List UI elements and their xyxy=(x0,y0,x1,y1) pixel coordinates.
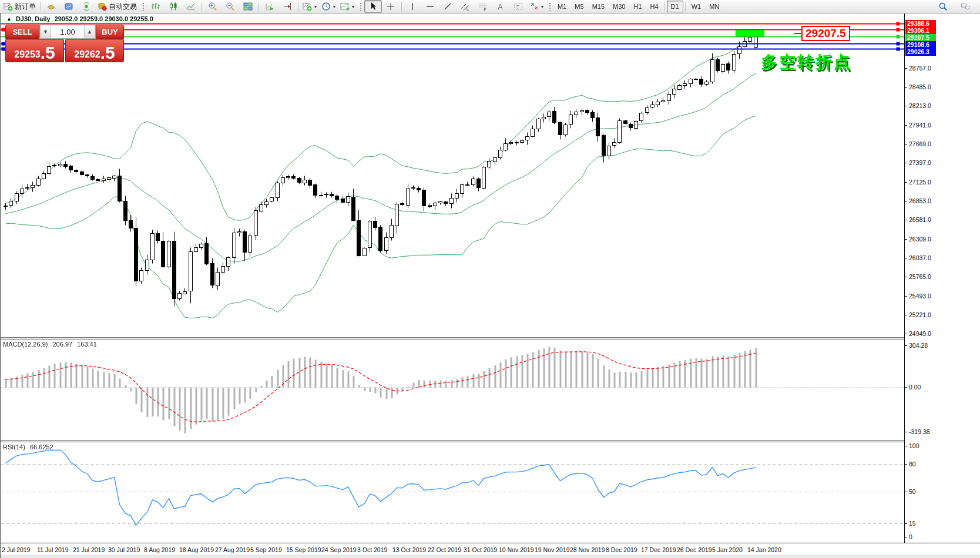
cursor-button[interactable] xyxy=(364,0,382,13)
indicators-button[interactable]: ▾ xyxy=(338,0,357,13)
timeframe-M5[interactable]: M5 xyxy=(570,1,588,12)
zoom-out-icon xyxy=(226,2,235,11)
horizontal-line-button[interactable] xyxy=(421,0,439,13)
volume-increase-button[interactable]: ▲ xyxy=(84,25,95,38)
macd-indicator-chart[interactable] xyxy=(1,339,904,440)
text-button[interactable]: A xyxy=(492,0,509,13)
period-icon xyxy=(321,2,331,11)
timeframe-H4[interactable]: H4 xyxy=(646,1,663,12)
line-chart-button[interactable] xyxy=(182,0,200,13)
new-order-button[interactable]: 新订单 xyxy=(1,0,38,13)
timeframe-H1[interactable]: H1 xyxy=(629,1,646,12)
search-button[interactable] xyxy=(934,0,952,13)
date-tick-label: 5 Sep 2019 xyxy=(250,546,282,553)
arrows-button[interactable]: ▾ xyxy=(527,0,546,13)
chart-symbol-period: DJ30, Daily xyxy=(16,15,51,22)
axis-tick-mark xyxy=(905,220,907,220)
toolbar-grip[interactable] xyxy=(142,2,145,11)
axis-tick-mark xyxy=(905,87,907,88)
timeframe-MN[interactable]: MN xyxy=(705,1,723,12)
axis-tick-mark xyxy=(905,163,907,163)
auto-scroll-button[interactable] xyxy=(261,0,278,13)
autotrading-button[interactable]: 自动交易 xyxy=(95,0,139,13)
price-tick-label: 25221.0 xyxy=(909,311,931,318)
zoom-out-button[interactable] xyxy=(221,0,239,13)
price-callout-label[interactable]: 29207.5 xyxy=(801,26,850,41)
crosshair-button[interactable] xyxy=(382,0,400,13)
chinese-annotation[interactable]: 多空转折点 xyxy=(761,51,852,73)
zoom-in-button[interactable] xyxy=(204,0,221,13)
timeframe-M30[interactable]: M30 xyxy=(609,1,629,12)
timeframe-D1[interactable]: D1 xyxy=(667,1,683,12)
date-tick-label: 19 Nov 2019 xyxy=(535,546,570,553)
chart-shift-icon xyxy=(283,2,292,11)
signals-button[interactable] xyxy=(78,0,95,13)
new-chart-button[interactable]: ▾ xyxy=(300,0,319,13)
date-tick-label: 30 Jul 2019 xyxy=(108,546,140,553)
sell-price[interactable]: 29253.5 xyxy=(5,39,64,62)
timeframe-W1[interactable]: W1 xyxy=(687,1,706,12)
macd-main-value: 206.97 xyxy=(52,341,72,348)
price-axis[interactable]: 28757.028485.028213.027941.027669.027397… xyxy=(904,14,980,543)
macd-window-splitter[interactable] xyxy=(1,337,980,339)
bottom-strip xyxy=(1,554,980,558)
toolbar-grip[interactable] xyxy=(548,2,551,11)
timeframe-M1[interactable]: M1 xyxy=(553,1,570,12)
rsi-window-splitter[interactable] xyxy=(1,440,980,442)
price-level-tag: 29026.3 xyxy=(905,48,936,56)
price-tick-label: 27669.0 xyxy=(909,140,931,147)
fibonacci-button[interactable]: F xyxy=(474,0,492,13)
toolbar-grip[interactable] xyxy=(359,2,362,11)
price-tick-label: 26853.0 xyxy=(909,197,931,204)
new-order-label: 新订单 xyxy=(15,2,36,12)
date-tick-label: 2 Jul 2019 xyxy=(2,546,30,553)
expert-advisors-button[interactable] xyxy=(60,0,78,13)
horizontal-line-icon xyxy=(425,2,435,11)
one-click-collapse-arrow[interactable]: ▲ xyxy=(6,16,12,22)
toolbar-separator xyxy=(202,2,202,11)
market-depth-button[interactable] xyxy=(42,0,60,13)
expert-advisors-icon xyxy=(64,2,73,11)
macd-signal-value: 163.41 xyxy=(77,341,97,348)
axis-tick-mark xyxy=(905,446,907,446)
periods-button[interactable]: ▾ xyxy=(319,0,338,13)
timeframe-M15[interactable]: M15 xyxy=(588,1,609,12)
line-chart-icon xyxy=(186,2,196,11)
volume-value[interactable]: 1.00 xyxy=(51,25,84,38)
vertical-line-button[interactable] xyxy=(404,0,421,13)
date-tick-label: 27 Aug 2019 xyxy=(215,546,250,553)
trendline-button[interactable] xyxy=(439,0,457,13)
tile-windows-button[interactable] xyxy=(239,0,257,13)
price-tick-label: 27125.0 xyxy=(909,179,931,186)
rsi-tick-label: 15 xyxy=(909,520,916,527)
axis-tick-mark xyxy=(905,523,907,524)
price-tick-label: 27397.0 xyxy=(909,159,931,166)
volume-decrease-button[interactable]: ▼ xyxy=(40,25,51,38)
text-label-button[interactable]: T xyxy=(509,0,527,13)
date-tick-label: 22 Oct 2019 xyxy=(428,546,461,553)
sell-button[interactable]: SELL xyxy=(5,25,39,39)
svg-text:F: F xyxy=(484,8,486,12)
equidistant-channel-button[interactable]: E xyxy=(457,0,474,13)
chart-title: ▲ DJ30, Daily 29052.0 29259.0 29030.0 29… xyxy=(6,15,153,22)
cursor-icon xyxy=(368,2,378,11)
buy-button[interactable]: BUY xyxy=(96,25,124,39)
dropdown-caret-icon: ▾ xyxy=(314,4,317,9)
bar-chart-button[interactable] xyxy=(147,0,165,13)
chat-button[interactable] xyxy=(956,0,974,13)
rsi-tick-label: 80 xyxy=(909,460,916,468)
axis-tick-mark xyxy=(905,296,907,297)
price-tick-label: 25765.0 xyxy=(909,273,931,280)
chart-window: ▲ DJ30, Daily 29052.0 29259.0 29030.0 29… xyxy=(0,14,980,558)
axis-tick-mark xyxy=(905,144,907,144)
chart-shift-button[interactable] xyxy=(278,0,296,13)
date-tick-label: 10 Nov 2019 xyxy=(499,546,534,553)
candlestick-chart-button[interactable] xyxy=(165,0,182,13)
buy-price[interactable]: 29262.5 xyxy=(65,39,124,62)
date-axis[interactable]: 2 Jul 201911 Jul 201921 Jul 201930 Jul 2… xyxy=(1,543,980,558)
rsi-indicator-chart[interactable] xyxy=(1,442,904,543)
toolbar-separator xyxy=(298,2,298,11)
toolbar-separator xyxy=(40,2,41,11)
date-tick-label: 28 Nov 2019 xyxy=(570,546,605,553)
dropdown-caret-icon: ▾ xyxy=(541,4,543,9)
